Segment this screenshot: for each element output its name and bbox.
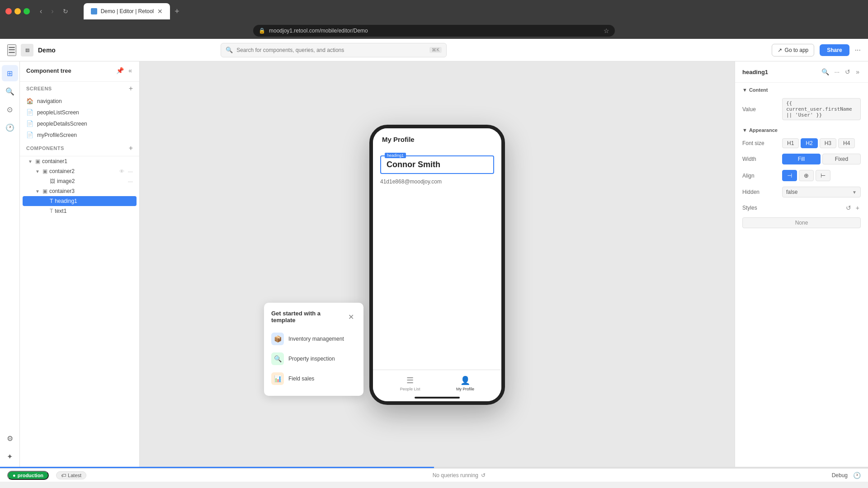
template-label-fieldsales: Field sales <box>288 375 314 382</box>
address-bar[interactable]: 🔒 ☆ <box>253 25 615 37</box>
components-sidebar-btn[interactable]: ⊞ <box>2 65 18 81</box>
new-tab-btn[interactable]: + <box>171 3 183 19</box>
collapse-icon-btn[interactable]: « <box>127 66 133 75</box>
panel-title: Component tree <box>26 67 71 74</box>
app-title: Demo <box>38 47 56 54</box>
align-center-btn[interactable]: ⊕ <box>799 170 814 181</box>
tree-arrow-container2[interactable]: ▼ <box>35 169 41 174</box>
add-screen-btn[interactable]: + <box>129 84 133 93</box>
align-right-btn[interactable]: ⊢ <box>816 170 830 181</box>
state-sidebar-btn[interactable]: ⊙ <box>2 101 18 117</box>
settings-sidebar-btn[interactable]: ⚙ <box>2 430 18 446</box>
browser-chrome: ‹ › ↻ Demo | Editor | Retool ✕ + 🔒 ☆ <box>0 0 868 23</box>
lock-icon: 🔒 <box>259 28 265 34</box>
container-icon-3: ▣ <box>42 188 47 194</box>
phone-heading-box[interactable]: heading1 Connor Smith <box>380 155 494 174</box>
width-fill-btn[interactable]: Fill <box>782 154 821 164</box>
tree-action-image2: — <box>128 178 133 184</box>
tree-item-container2[interactable]: ▼ ▣ container2 👁 — <box>20 166 139 176</box>
width-fixed-btn[interactable]: Fixed <box>822 154 861 164</box>
menu-btn[interactable]: ☰ <box>7 44 16 56</box>
template-item-inventory[interactable]: 📦 Inventory management <box>271 329 356 349</box>
font-h1-btn[interactable]: H1 <box>782 138 799 148</box>
tree-item-container1[interactable]: ▼ ▣ container1 <box>20 156 139 166</box>
tree-item-image2[interactable]: 🖼 image2 — <box>20 176 139 186</box>
more-options-btn[interactable]: ··· <box>855 46 861 54</box>
expand-panel-btn[interactable]: » <box>854 67 861 77</box>
home-icon: 🏠 <box>26 98 33 104</box>
history-clock-btn[interactable]: 🕐 <box>853 472 861 479</box>
panel-header-icons: 📌 « <box>115 66 133 75</box>
bookmark-icon[interactable]: ☆ <box>604 27 609 34</box>
add-component-btn[interactable]: + <box>129 144 133 152</box>
right-panel-icons: 🔍 ··· ↺ » <box>820 67 861 77</box>
template-item-fieldsales[interactable]: 📊 Field sales <box>271 369 356 389</box>
star-sidebar-btn[interactable]: ✦ <box>2 448 18 465</box>
refresh-styles-btn[interactable]: ↺ <box>844 203 853 213</box>
phone-screen-title: My Profile <box>382 136 415 143</box>
components-label: COMPONENTS <box>26 145 64 151</box>
tree-arrow-container1[interactable]: ▼ <box>28 159 33 164</box>
production-badge[interactable]: ● production <box>7 471 49 480</box>
font-h4-btn[interactable]: H4 <box>838 138 855 148</box>
nav-item-myprofile[interactable]: 👤 My Profile <box>456 375 474 391</box>
history-sidebar-btn[interactable]: 🕐 <box>2 119 18 136</box>
popup-close-btn[interactable]: ✕ <box>345 311 356 322</box>
hidden-label: Hidden <box>742 189 778 195</box>
add-style-btn[interactable]: + <box>854 203 861 213</box>
browser-close-btn[interactable] <box>5 8 12 14</box>
go-to-app-btn[interactable]: ↗ Go to app <box>772 44 815 56</box>
browser-max-btn[interactable] <box>24 8 30 14</box>
latest-label: Latest <box>68 473 81 478</box>
tree-arrow-container3[interactable]: ▼ <box>35 189 41 194</box>
pin-icon-btn[interactable]: 📌 <box>115 66 125 75</box>
screen-item-myprofile[interactable]: 📄 myProfileScreen <box>20 129 139 141</box>
debug-btn[interactable]: Debug <box>832 472 848 479</box>
search-input[interactable] <box>236 47 426 53</box>
browser-min-btn[interactable] <box>14 8 21 14</box>
toolbar-right: ↗ Go to app Share ··· <box>772 44 861 56</box>
latest-badge[interactable]: 🏷 Latest <box>56 471 86 479</box>
screen-item-peopledetails[interactable]: 📄 peopleDetailsScreen <box>20 118 139 129</box>
appearance-section-title: ▼ Appearance <box>735 123 868 136</box>
progress-fill <box>0 467 434 468</box>
value-input[interactable]: {{ current_user.firstName || 'User' }} <box>782 98 861 120</box>
hidden-value[interactable]: false ▼ <box>782 187 861 197</box>
more-properties-btn[interactable]: ··· <box>833 67 841 77</box>
search-box[interactable]: 🔍 ⌘K <box>221 43 447 57</box>
reset-properties-btn[interactable]: ↺ <box>844 67 852 77</box>
template-item-property[interactable]: 🔍 Property inspection <box>271 349 356 369</box>
code-value-display[interactable]: {{ current_user.firstName || 'User' }} <box>782 98 861 120</box>
align-label: Align <box>742 173 778 179</box>
font-h2-btn[interactable]: H2 <box>801 138 817 148</box>
share-btn[interactable]: Share <box>820 44 849 56</box>
forward-btn[interactable]: › <box>48 6 56 16</box>
styles-label: Styles <box>742 205 757 211</box>
tree-name-image2: image2 <box>57 178 126 184</box>
back-btn[interactable]: ‹ <box>37 6 45 16</box>
nav-item-peoplelist[interactable]: ☰ People List <box>400 375 420 391</box>
active-tab[interactable]: Demo | Editor | Retool ✕ <box>84 3 170 19</box>
nav-label-peoplelist: People List <box>400 387 420 391</box>
icon-sidebar-bottom: ⚙ ✦ <box>2 430 18 465</box>
url-input[interactable] <box>269 28 600 34</box>
font-h3-btn[interactable]: H3 <box>820 138 836 148</box>
tree-item-container3[interactable]: ▼ ▣ container3 <box>20 186 139 196</box>
search-properties-btn[interactable]: 🔍 <box>820 67 830 77</box>
width-options: Fill Fixed <box>782 154 861 164</box>
screens-label: SCREENS <box>26 86 52 91</box>
refresh-queries-icon[interactable]: ↺ <box>481 472 486 479</box>
tree-item-heading1[interactable]: T heading1 <box>23 196 137 206</box>
tree-item-text1[interactable]: T text1 <box>20 206 139 216</box>
search-sidebar-btn[interactable]: 🔍 <box>2 83 18 99</box>
queries-text: No queries running <box>433 472 478 479</box>
align-left-btn[interactable]: ⊣ <box>782 170 797 181</box>
reload-btn[interactable]: ↻ <box>60 7 71 16</box>
phone-content: heading1 Connor Smith 41d1e868@moodjoy.c… <box>373 150 501 192</box>
tab-close-icon[interactable]: ✕ <box>157 8 163 15</box>
container-icon-1: ▣ <box>35 158 40 164</box>
go-to-app-label: Go to app <box>785 47 809 53</box>
left-panel: Component tree 📌 « SCREENS + 🏠 navigatio… <box>20 61 140 468</box>
screen-item-peoplelist[interactable]: 📄 peopleListScreen <box>20 107 139 118</box>
screen-item-navigation[interactable]: 🏠 navigation <box>20 95 139 107</box>
